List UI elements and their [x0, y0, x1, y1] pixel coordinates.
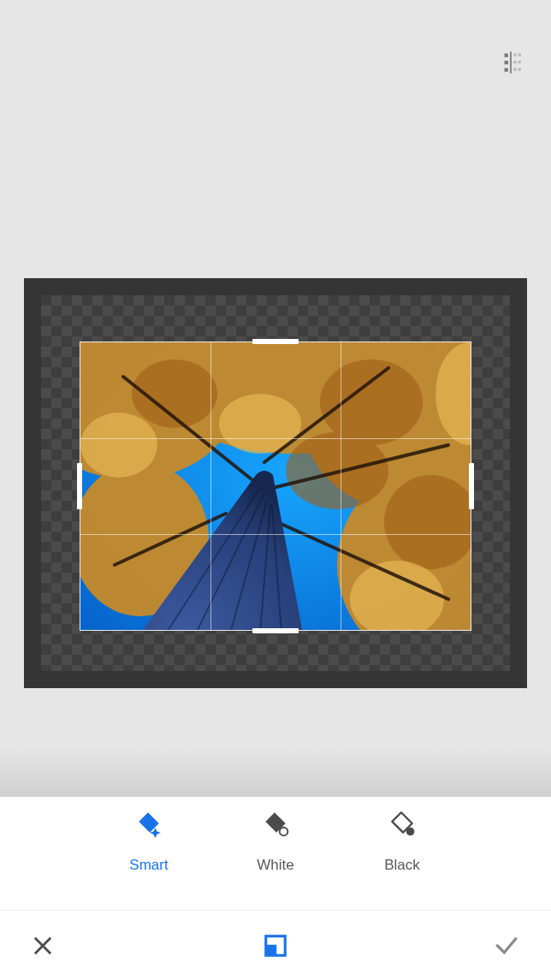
svg-point-17	[80, 413, 157, 478]
expand-canvas[interactable]	[24, 278, 527, 688]
crop-frame[interactable]	[80, 342, 471, 630]
cancel-button[interactable]	[31, 934, 55, 958]
grid-line	[341, 342, 341, 630]
grid-line	[80, 534, 471, 535]
svg-rect-0	[510, 51, 512, 74]
shadow	[0, 746, 551, 798]
fill-option-label: Smart	[129, 857, 168, 874]
white-fill-icon	[261, 809, 290, 838]
smart-fill-icon	[134, 809, 163, 838]
crop-handle-left[interactable]	[77, 463, 82, 509]
edited-photo	[80, 342, 471, 630]
canvas-size-button[interactable]	[496, 48, 525, 80]
black-fill-icon	[388, 809, 417, 838]
svg-point-23	[406, 828, 415, 836]
check-icon	[493, 932, 520, 959]
svg-point-14	[320, 359, 423, 445]
canvas-size-icon	[496, 48, 525, 77]
svg-point-22	[280, 828, 288, 836]
grid-line	[210, 342, 211, 630]
svg-rect-3	[513, 61, 516, 63]
crop-handle-bottom[interactable]	[252, 628, 299, 633]
fill-option-label: White	[257, 857, 293, 874]
svg-rect-6	[518, 68, 521, 70]
fill-mode-toolbar: Smart White Black	[0, 797, 551, 910]
crop-handle-right[interactable]	[469, 463, 474, 509]
svg-rect-5	[513, 68, 516, 70]
confirm-button[interactable]	[493, 932, 520, 959]
grid-line	[80, 438, 471, 439]
svg-rect-1	[513, 53, 516, 56]
fill-option-smart[interactable]: Smart	[106, 809, 192, 910]
expand-editor-screen: Smart White Black	[0, 0, 551, 980]
bottom-action-bar	[0, 910, 551, 980]
fill-option-black[interactable]: Black	[359, 809, 445, 910]
expand-canvas-icon	[263, 933, 288, 959]
fill-option-white[interactable]: White	[233, 809, 318, 910]
close-icon	[31, 934, 55, 958]
svg-rect-25	[266, 944, 277, 955]
crop-handle-top[interactable]	[252, 339, 299, 344]
svg-rect-4	[518, 61, 521, 63]
expand-tool-button[interactable]	[263, 933, 288, 959]
fill-option-label: Black	[384, 857, 420, 874]
svg-rect-2	[518, 53, 521, 56]
